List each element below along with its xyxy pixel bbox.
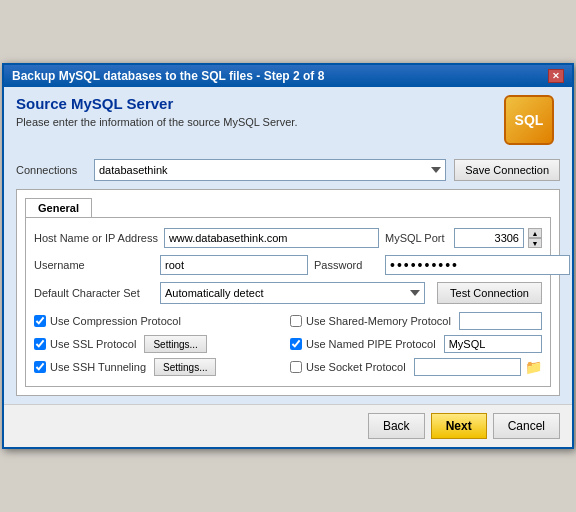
charset-select[interactable]: Automatically detectUTF-8Latin1 — [160, 282, 425, 304]
header-text: Source MySQL Server Please enter the inf… — [16, 95, 297, 128]
tab-panel: General Host Name or IP Address MySQL Po… — [16, 189, 560, 396]
window-title: Backup MySQL databases to the SQL files … — [12, 69, 324, 83]
ssh-settings-button[interactable]: Settings... — [154, 358, 216, 376]
test-connection-button[interactable]: Test Connection — [437, 282, 542, 304]
tab-general[interactable]: General — [25, 198, 92, 217]
connections-select[interactable]: databasethink — [94, 159, 446, 181]
password-input[interactable] — [385, 255, 570, 275]
title-bar: Backup MySQL databases to the SQL files … — [4, 65, 572, 87]
options-grid: Use Compression Protocol Use Shared-Memo… — [34, 312, 542, 376]
socket-label: Use Socket Protocol — [306, 361, 406, 373]
page-subtitle: Please enter the information of the sour… — [16, 116, 297, 128]
named-pipe-label: Use Named PIPE Protocol — [306, 338, 436, 350]
cancel-button[interactable]: Cancel — [493, 413, 560, 439]
header-section: Source MySQL Server Please enter the inf… — [16, 95, 560, 151]
footer: Back Next Cancel — [4, 404, 572, 447]
title-bar-buttons: ✕ — [548, 69, 564, 83]
host-label: Host Name or IP Address — [34, 232, 158, 244]
tabs: General — [25, 198, 551, 217]
username-label: Username — [34, 259, 154, 271]
password-label: Password — [314, 259, 379, 271]
charset-label: Default Character Set — [34, 287, 154, 299]
socket-option: Use Socket Protocol 📁 — [290, 358, 542, 376]
shared-memory-checkbox[interactable] — [290, 315, 302, 327]
username-row: Username Password — [34, 255, 542, 275]
connections-row: Connections databasethink Save Connectio… — [16, 159, 560, 181]
ssl-label: Use SSL Protocol — [50, 338, 136, 350]
close-button[interactable]: ✕ — [548, 69, 564, 83]
content-area: Source MySQL Server Please enter the inf… — [4, 87, 572, 404]
ssh-checkbox[interactable] — [34, 361, 46, 373]
host-input[interactable] — [164, 228, 379, 248]
ssl-option: Use SSL Protocol Settings... — [34, 335, 286, 353]
next-button[interactable]: Next — [431, 413, 487, 439]
tab-content: Host Name or IP Address MySQL Port ▲ ▼ U… — [25, 217, 551, 387]
compression-option: Use Compression Protocol — [34, 312, 286, 330]
port-spinner: ▲ ▼ — [528, 228, 542, 248]
main-window: Backup MySQL databases to the SQL files … — [2, 63, 574, 449]
socket-checkbox[interactable] — [290, 361, 302, 373]
connections-label: Connections — [16, 164, 86, 176]
page-title: Source MySQL Server — [16, 95, 297, 112]
named-pipe-option: Use Named PIPE Protocol — [290, 335, 542, 353]
named-pipe-input[interactable] — [444, 335, 542, 353]
port-group: MySQL Port ▲ ▼ — [385, 228, 542, 248]
port-label: MySQL Port — [385, 232, 450, 244]
folder-icon[interactable]: 📁 — [525, 359, 542, 375]
charset-row: Default Character Set Automatically dete… — [34, 282, 542, 304]
sql-icon-inner: SQL — [504, 95, 554, 145]
compression-checkbox[interactable] — [34, 315, 46, 327]
back-button[interactable]: Back — [368, 413, 425, 439]
ssh-label: Use SSH Tunneling — [50, 361, 146, 373]
sql-icon: SQL — [504, 95, 560, 151]
ssl-settings-button[interactable]: Settings... — [144, 335, 206, 353]
host-row: Host Name or IP Address MySQL Port ▲ ▼ — [34, 228, 542, 248]
save-connection-button[interactable]: Save Connection — [454, 159, 560, 181]
port-up-button[interactable]: ▲ — [528, 228, 542, 238]
compression-label: Use Compression Protocol — [50, 315, 181, 327]
named-pipe-checkbox[interactable] — [290, 338, 302, 350]
port-down-button[interactable]: ▼ — [528, 238, 542, 248]
ssh-option: Use SSH Tunneling Settings... — [34, 358, 286, 376]
shared-memory-option: Use Shared-Memory Protocol — [290, 312, 542, 330]
port-input[interactable] — [454, 228, 524, 248]
shared-memory-label: Use Shared-Memory Protocol — [306, 315, 451, 327]
ssl-checkbox[interactable] — [34, 338, 46, 350]
username-input[interactable] — [160, 255, 308, 275]
socket-input[interactable] — [414, 358, 521, 376]
shared-memory-input[interactable] — [459, 312, 542, 330]
